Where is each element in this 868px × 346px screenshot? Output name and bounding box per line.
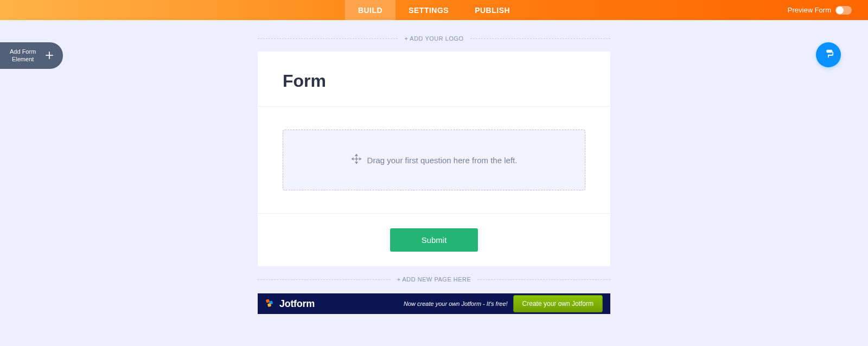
dashed-line [470,39,610,39]
plus-icon [43,49,55,61]
preview-form-group: Preview Form [788,0,852,20]
main-area: + ADD YOUR LOGO Form Drag your first que… [258,35,610,314]
submit-button[interactable]: Submit [390,228,478,252]
promo-text: Now create your own Jotform - It's free! [404,300,508,307]
form-footer: Submit [258,213,610,266]
move-icon [351,153,362,166]
preview-form-toggle[interactable] [835,6,852,15]
add-page-row: + ADD NEW PAGE HERE [258,276,610,283]
dashed-line [477,279,610,280]
add-form-element-button[interactable]: Add Form Element [0,42,63,69]
add-logo-row: + ADD YOUR LOGO [258,35,610,42]
drop-zone-text: Drag your first question here from the l… [367,156,518,165]
top-nav: BUILD SETTINGS PUBLISH Preview Form [0,0,868,20]
create-jotform-button[interactable]: Create your own Jotform [513,295,603,312]
form-card: Form Drag your first question here from … [258,52,610,266]
preview-form-label: Preview Form [788,6,831,14]
svg-rect-2 [266,299,270,303]
add-logo-button[interactable]: + ADD YOUR LOGO [404,35,463,42]
brand-name: Jotform [279,298,315,310]
drop-zone[interactable]: Drag your first question here from the l… [283,130,585,190]
paint-roller-icon [822,48,834,62]
brand-logo[interactable]: Jotform [265,298,315,310]
add-page-button[interactable]: + ADD NEW PAGE HERE [397,276,471,283]
tab-publish[interactable]: PUBLISH [462,0,523,20]
jotform-icon [265,298,275,310]
tab-settings[interactable]: SETTINGS [395,0,462,20]
form-body: Drag your first question here from the l… [258,107,610,213]
form-header[interactable]: Form [258,52,610,107]
promo-bar: Jotform Now create your own Jotform - It… [258,293,610,314]
dashed-line [258,39,398,39]
toggle-knob [836,7,844,14]
design-fab-button[interactable] [816,42,841,67]
dashed-line [258,279,391,280]
promo-right: Now create your own Jotform - It's free!… [404,295,603,312]
tab-build[interactable]: BUILD [345,0,395,20]
nav-tabs: BUILD SETTINGS PUBLISH [345,0,523,20]
form-title: Form [283,71,585,91]
add-form-element-label: Add Form Element [10,48,36,63]
